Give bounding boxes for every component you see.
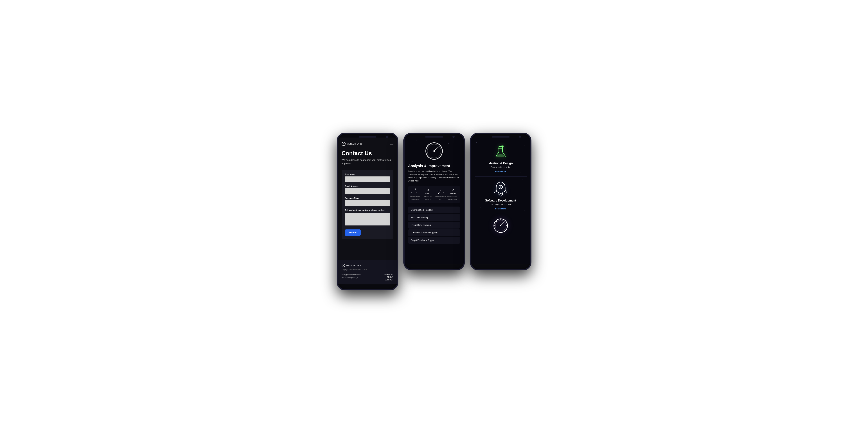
svg-point-11 bbox=[500, 146, 501, 146]
business-label: Business Name bbox=[345, 197, 390, 199]
ideation-desc: Bring your ideas to life bbox=[475, 166, 526, 168]
message-label: Tell us about your software idea or proj… bbox=[345, 209, 390, 212]
hamburger-menu[interactable] bbox=[390, 143, 394, 145]
ideation-learn-more[interactable]: Learn More bbox=[495, 170, 506, 172]
gauge-icon-area: ✦ ✦ ✦ ✦ bbox=[405, 138, 464, 164]
gauge-icon bbox=[424, 141, 444, 161]
analysis-body: Analysis & Improvement Launching your pr… bbox=[405, 164, 464, 203]
feature-first-click[interactable]: First Click Testing bbox=[408, 214, 460, 221]
analysis-title: Analysis & Improvement bbox=[408, 164, 460, 168]
footer-email: hello@meteor-labs.com bbox=[342, 274, 361, 276]
phone-3: ✦ ✦ ✦ ✦ Ideation & Design Brin bbox=[470, 133, 531, 270]
footer-nav: SERVICES ABOUT CONTACT bbox=[384, 274, 393, 281]
lab-flask-icon bbox=[493, 143, 509, 159]
svg-line-19 bbox=[496, 221, 497, 222]
svg-point-22 bbox=[500, 225, 501, 226]
first-name-label: First Name bbox=[345, 173, 390, 175]
page-title: Contact Us bbox=[342, 150, 394, 157]
feature-bug-feedback[interactable]: Bug & Feedback Support bbox=[408, 237, 460, 244]
contact-subtitle: We would love to hear about your softwar… bbox=[342, 158, 394, 165]
footer-bottom: hello@meteor-labs.com Made in Longmont, … bbox=[342, 274, 394, 281]
service-card-ideation: ✦ ✦ ✦ ✦ Ideation & Design Brin bbox=[471, 139, 530, 176]
footer-nav-contact[interactable]: CONTACT bbox=[384, 279, 393, 281]
step-understand: ? Understand how CX relates to business … bbox=[410, 188, 421, 201]
svg-point-3 bbox=[433, 150, 435, 152]
email-input[interactable] bbox=[345, 188, 390, 194]
submit-button[interactable]: Submit bbox=[345, 229, 361, 236]
ideation-icon-area bbox=[475, 143, 526, 159]
service-card-development: ✦ ✦ ✦ ✦ Soft bbox=[471, 177, 530, 214]
email-label: Email Address bbox=[345, 185, 390, 187]
footer-nav-about[interactable]: ABOUT bbox=[384, 276, 393, 278]
logo-area: METEOR LABS bbox=[342, 142, 363, 146]
message-group: Tell us about your software idea or proj… bbox=[345, 209, 390, 225]
nav-bar: METEOR LABS bbox=[342, 140, 394, 146]
process-steps: ? Understand how CX relates to business … bbox=[408, 186, 460, 203]
analysis-desc: Launching your product is only the begin… bbox=[408, 170, 460, 182]
development-learn-more[interactable]: Learn More bbox=[495, 208, 506, 210]
footer-logo-icon bbox=[342, 264, 345, 267]
ideation-title: Ideation & Design bbox=[475, 162, 526, 165]
first-name-group: First Name bbox=[345, 173, 390, 182]
feature-eye-tracking[interactable]: Eye & Click Tracking bbox=[408, 222, 460, 228]
footer-logo: METEOR LABS bbox=[342, 264, 394, 267]
business-input[interactable] bbox=[345, 200, 390, 206]
phone-1-content: METEOR LABS Contact Us We would love to … bbox=[338, 138, 397, 260]
phone-1: METEOR LABS Contact Us We would love to … bbox=[337, 133, 398, 290]
footer: METEOR LABS Copyright Meteor Labs LLC © … bbox=[338, 260, 397, 284]
feature-journey-mapping[interactable]: Customer Journey Mapping bbox=[408, 229, 460, 236]
svg-line-2 bbox=[434, 147, 439, 151]
business-group: Business Name bbox=[345, 197, 390, 206]
svg-point-13 bbox=[500, 186, 501, 188]
development-title: Software Development bbox=[475, 199, 526, 202]
phone-3-content: ✦ ✦ ✦ ✦ Ideation & Design Brin bbox=[471, 138, 530, 264]
logo-icon bbox=[342, 142, 345, 146]
footer-nav-services[interactable]: SERVICES bbox=[384, 274, 393, 275]
footer-copyright: Copyright Meteor Labs LLC © 2021 bbox=[342, 269, 394, 271]
contact-form-card: First Name Email Address Business Name T… bbox=[342, 170, 394, 239]
step-measure: ↗ Measure results of changes & business … bbox=[447, 188, 459, 201]
footer-contact-info: hello@meteor-labs.com Made in Longmont, … bbox=[342, 274, 361, 279]
step-implement: T Implement changes to improve CX bbox=[435, 188, 446, 201]
phone-1-camera bbox=[386, 136, 388, 138]
svg-line-21 bbox=[501, 222, 504, 226]
feature-list: User Session Tracking First Click Testin… bbox=[405, 206, 464, 244]
phone-2-content: ✦ ✦ ✦ ✦ bbox=[405, 138, 464, 264]
development-desc: Build it right the first time bbox=[475, 203, 526, 205]
footer-logo-text: METEOR LABS bbox=[346, 264, 361, 266]
analysis-gauge-icon-area bbox=[475, 218, 526, 234]
phones-container: METEOR LABS Contact Us We would love to … bbox=[337, 133, 531, 290]
step-identify: ⊙ Identify processes that impact CX bbox=[422, 188, 434, 201]
phone-2: ✦ ✦ ✦ ✦ bbox=[403, 133, 465, 270]
email-group: Email Address bbox=[345, 185, 390, 194]
rocket-icon bbox=[493, 180, 509, 196]
message-textarea[interactable] bbox=[345, 213, 390, 225]
feature-user-session[interactable]: User Session Tracking bbox=[408, 206, 460, 214]
rocket-icon-area bbox=[475, 180, 526, 196]
speedometer-icon bbox=[493, 218, 509, 234]
logo-text: METEOR LABS bbox=[347, 143, 363, 145]
service-card-analysis: ✦ ✦ bbox=[471, 214, 530, 238]
first-name-input[interactable] bbox=[345, 176, 390, 182]
footer-location: Made in Longmont, CO bbox=[342, 276, 361, 279]
